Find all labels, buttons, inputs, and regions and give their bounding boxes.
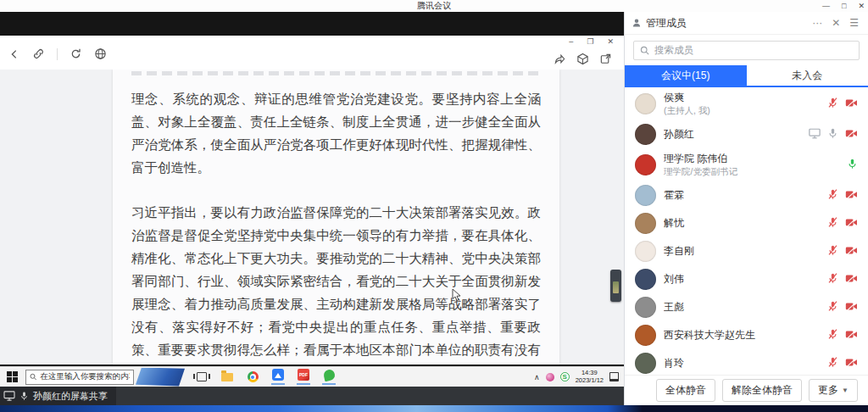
share-banner: 孙颜红的屏幕共享	[0, 387, 624, 405]
camera-off-icon[interactable]	[845, 216, 858, 231]
member-row[interactable]: 肖玲	[625, 349, 868, 375]
toolbar-divider	[57, 48, 58, 60]
document-toolbar: – ❐ ✕	[0, 36, 624, 70]
member-subtitle: 理学院/党委副书记	[664, 166, 847, 178]
avatar	[635, 154, 656, 175]
link-icon[interactable]	[32, 47, 45, 60]
camera-off-icon[interactable]	[845, 127, 858, 142]
action-center-icon[interactable]	[609, 372, 619, 381]
member-row[interactable]: 李自刚	[625, 237, 868, 265]
doc-minimize-icon[interactable]: –	[569, 37, 573, 46]
panel-title: 管理成员	[646, 16, 687, 31]
member-icon	[632, 18, 642, 28]
avatar	[635, 297, 656, 318]
doc-paragraph-1: 理念、系统的观念、辩证的思维管党治党建设党。要坚持内容上全涵盖、对象上全覆盖、责…	[131, 87, 541, 179]
avatar	[635, 213, 656, 234]
member-name: 刘伟	[664, 272, 827, 287]
mic-off-icon[interactable]	[827, 216, 838, 231]
cube-icon[interactable]	[576, 53, 589, 69]
tray-green-icon[interactable]: S	[560, 372, 570, 381]
more-button[interactable]: 更多▼	[809, 379, 858, 402]
green-app-icon[interactable]	[322, 367, 336, 387]
maximize-icon[interactable]: □	[842, 0, 846, 12]
clipped-text-line	[131, 71, 541, 75]
mic-icon[interactable]	[827, 127, 838, 142]
tray-pink-icon[interactable]	[546, 373, 554, 381]
member-row[interactable]: 王彪	[625, 293, 868, 321]
mic-on-icon[interactable]	[847, 158, 858, 173]
news-widget-image[interactable]	[136, 368, 185, 387]
doc-restore-icon[interactable]: ❐	[587, 37, 593, 46]
avatar	[635, 93, 656, 114]
mic-off-icon[interactable]	[827, 188, 838, 203]
member-row[interactable]: 孙颜红	[625, 120, 868, 148]
chrome-icon[interactable]	[246, 367, 259, 387]
member-name: 孙颜红	[664, 127, 809, 142]
floating-widget[interactable]	[610, 270, 621, 302]
camera-off-icon[interactable]	[845, 328, 858, 343]
camera-off-icon[interactable]	[845, 244, 858, 259]
avatar	[635, 325, 656, 346]
document-canvas[interactable]: 理念、系统的观念、辩证的思维管党治党建设党。要坚持内容上全涵盖、对象上全覆盖、责…	[0, 70, 624, 365]
taskbar-clock[interactable]: 14:39 2023/1/12	[576, 370, 604, 384]
export-window-icon[interactable]	[599, 53, 612, 69]
camera-off-icon[interactable]	[845, 188, 858, 203]
camera-off-icon[interactable]	[845, 272, 858, 287]
search-icon	[640, 46, 649, 55]
search-icon	[30, 373, 36, 381]
member-row[interactable]: 理学院 陈伟伯理学院/党委副书记	[625, 148, 868, 181]
mic-off-icon[interactable]	[827, 272, 838, 287]
tab-not-joined[interactable]: 未入会	[747, 65, 868, 86]
avatar	[635, 124, 656, 145]
globe-icon[interactable]	[94, 47, 107, 60]
mic-off-icon[interactable]	[827, 328, 838, 343]
panel-more-icon[interactable]: ···	[810, 17, 825, 29]
member-name: 霍霖	[664, 188, 827, 203]
member-search-input[interactable]: 搜索成员	[633, 41, 860, 60]
member-subtitle: (主持人, 我)	[664, 105, 827, 117]
docs-app-icon[interactable]	[271, 367, 285, 387]
avatar	[635, 241, 656, 262]
mic-off-icon[interactable]	[827, 244, 838, 259]
doc-close-icon[interactable]: ✕	[607, 37, 614, 46]
close-icon[interactable]: ✕	[858, 0, 865, 12]
mic-off-icon[interactable]	[827, 97, 838, 112]
titlebar: 腾讯会议 — □ ✕	[0, 0, 868, 12]
pdf-app-icon[interactable]: PDF	[297, 367, 310, 387]
member-panel-footer: 全体静音 解除全体静音 更多▼	[625, 375, 868, 405]
taskbar-search-input[interactable]: 在这里输入你要搜索的内容	[25, 370, 134, 385]
start-icon[interactable]	[7, 371, 18, 382]
shared-document-window: – ❐ ✕	[0, 36, 624, 365]
member-row[interactable]: 西安科技大学赵先生	[625, 321, 868, 349]
hamburger-icon[interactable]: ☰	[847, 17, 861, 29]
task-view-icon[interactable]	[195, 367, 209, 387]
mic-off-icon[interactable]	[827, 356, 838, 371]
document-page: 理念、系统的观念、辩证的思维管党治党建设党。要坚持内容上全涵盖、对象上全覆盖、责…	[113, 70, 559, 365]
member-row[interactable]: 刘伟	[625, 265, 868, 293]
unmute-all-button[interactable]: 解除全体静音	[722, 379, 802, 402]
share-banner-chip[interactable]: 孙颜红的屏幕共享	[0, 387, 116, 405]
tray-expand-icon[interactable]: ∧	[534, 373, 540, 381]
back-icon[interactable]	[8, 48, 20, 60]
member-row[interactable]: 解忧	[625, 209, 868, 237]
camera-off-icon[interactable]	[845, 97, 858, 112]
member-panel: 管理成员 ··· ✕ ☰ 搜索成员 会议中(15) 未入会 侯爽(主持人, 我)…	[624, 12, 868, 405]
mic-off-icon[interactable]	[827, 300, 838, 315]
tab-in-meeting[interactable]: 会议中(15)	[625, 65, 747, 86]
minimize-icon[interactable]: —	[822, 0, 830, 12]
shared-screen-top-bar	[0, 12, 624, 36]
panel-close-icon[interactable]: ✕	[829, 17, 843, 29]
member-row[interactable]: 侯爽(主持人, 我)	[625, 87, 868, 120]
camera-off-icon[interactable]	[845, 300, 858, 315]
member-name: 侯爽	[664, 91, 827, 105]
member-row[interactable]: 霍霖	[625, 181, 868, 209]
file-explorer-icon[interactable]	[220, 367, 234, 387]
member-list: 侯爽(主持人, 我)孙颜红理学院 陈伟伯理学院/党委副书记霍霖解忧李自刚刘伟王彪…	[625, 87, 868, 375]
share-icon[interactable]	[553, 53, 566, 69]
member-panel-header: 管理成员 ··· ✕ ☰	[625, 12, 868, 35]
mute-all-button[interactable]: 全体静音	[656, 379, 715, 402]
member-name: 解忧	[664, 216, 827, 231]
camera-off-icon[interactable]	[845, 356, 858, 371]
refresh-icon[interactable]	[70, 47, 82, 60]
avatar	[635, 185, 656, 206]
